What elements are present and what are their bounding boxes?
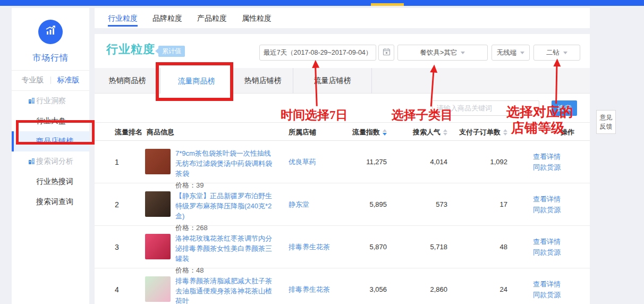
app-title: 市场行情 bbox=[12, 53, 89, 64]
same-source-link[interactable]: 同款货源 bbox=[533, 162, 561, 173]
paid-suborders-value: 48 bbox=[447, 226, 507, 268]
version-switch: 专业版 标准版 bbox=[12, 71, 89, 90]
traffic-rank-value: 3 bbox=[115, 226, 119, 268]
product-title-link[interactable]: 【静东堂】正品新疆罗布泊野生特级罗布麻茶降压降脂(240克*2盒) bbox=[175, 191, 277, 221]
action-links: 查看详情 同款货源 bbox=[533, 237, 561, 258]
version-tab-standard[interactable]: 标准版 bbox=[57, 75, 80, 85]
sidebar: 市场行情 专业版 标准版 行业洞察 行业大盘 商品店铺榜 搜索词分析 行业热搜词 bbox=[12, 8, 89, 304]
version-tab-pro[interactable]: 专业版 bbox=[22, 75, 44, 85]
table-row: 4 排毒养颜茶清脂减肥减大肚子茶去油脂通便瘦身茶洛神花茶山楂荷叶 价格：28 排… bbox=[95, 268, 590, 304]
calendar-button[interactable] bbox=[378, 45, 394, 61]
chevron-down-icon bbox=[563, 52, 567, 54]
trend-chart-icon bbox=[44, 24, 57, 39]
page-title: 行业粒度 bbox=[106, 41, 155, 57]
traffic-index-value: 5,870 bbox=[323, 226, 387, 268]
sort-icon[interactable] bbox=[383, 129, 387, 136]
product-info-cell: 排毒养颜茶清脂减肥减大肚子茶去油脂通便瘦身茶洛神花茶山楂荷叶 价格：28 bbox=[175, 276, 277, 304]
product-image[interactable] bbox=[145, 191, 171, 217]
cumulative-badge: 累计值 bbox=[158, 46, 185, 57]
main-panel: 行业粒度 累计值 最近7天（2017-08-29~2017-09-04） 餐饮具… bbox=[95, 34, 590, 304]
tab-industry-granularity[interactable]: 行业粒度 bbox=[108, 8, 138, 28]
keyword-search-input[interactable] bbox=[432, 100, 539, 116]
building-icon bbox=[28, 97, 35, 106]
topbar-highlight bbox=[371, 3, 404, 6]
paid-suborders-value: 24 bbox=[447, 268, 507, 304]
tab-product-granularity[interactable]: 产品粒度 bbox=[197, 8, 227, 28]
table-row: 3 洛神花玫瑰花茶红枣茶调节内分泌排毒养颜茶女性美白养颜茶三罐装 价格：48 排… bbox=[95, 226, 590, 268]
tab-hot-product-rank[interactable]: 热销商品榜 bbox=[95, 68, 160, 94]
col-shop: 所属店铺 bbox=[289, 123, 316, 141]
action-links: 查看详情 同款货源 bbox=[533, 194, 561, 215]
active-indicator bbox=[12, 131, 14, 151]
table-row: 1 7*9cm茶包袋茶叶袋一次性抽线无纺布过滤袋煲汤中药袋调料袋茶袋 价格：39… bbox=[95, 141, 590, 183]
product-image[interactable] bbox=[145, 149, 171, 174]
search-popularity-value: 4,014 bbox=[392, 141, 447, 183]
chevron-down-icon bbox=[461, 52, 465, 54]
date-range-selector[interactable]: 最近7天（2017-08-29~2017-09-04） bbox=[259, 45, 376, 61]
terminal-dropdown[interactable]: 无线端 bbox=[492, 45, 530, 61]
col-search-popularity: 搜索人气 bbox=[392, 123, 447, 141]
topbar bbox=[0, 0, 644, 6]
calendar-icon bbox=[383, 48, 391, 57]
product-image[interactable] bbox=[145, 276, 171, 302]
sidebar-menu: 行业洞察 行业大盘 商品店铺榜 搜索词分析 行业热搜词 搜索词查询 bbox=[12, 91, 89, 212]
col-traffic-rank: 流量排名 bbox=[115, 123, 142, 141]
col-action: 操作 bbox=[533, 123, 574, 141]
sidebar-item-search-word-query[interactable]: 搜索词查询 bbox=[12, 192, 89, 212]
section-label: 搜索词分析 bbox=[36, 157, 73, 166]
traffic-rank-value: 1 bbox=[115, 141, 119, 183]
paid-suborders-value: 17 bbox=[447, 183, 507, 225]
same-source-link[interactable]: 同款货源 bbox=[533, 247, 561, 258]
traffic-rank-value: 4 bbox=[115, 268, 119, 304]
tab-traffic-product-rank[interactable]: 流量商品榜 bbox=[160, 68, 233, 94]
product-title-link[interactable]: 排毒养颜茶清脂减肥减大肚子茶去油脂通便瘦身茶洛神花茶山楂荷叶 bbox=[175, 276, 277, 304]
table-header: 流量排名 商品信息 所属店铺 流量指数 搜索人气 支付子订单数 操作 bbox=[95, 122, 590, 141]
same-source-link[interactable]: 同款货源 bbox=[533, 290, 561, 300]
shop-level-dropdown[interactable]: 二钻 bbox=[533, 45, 580, 61]
paid-suborders-value: 1,092 bbox=[447, 141, 507, 183]
view-details-link[interactable]: 查看详情 bbox=[533, 151, 561, 162]
action-links: 查看详情 同款货源 bbox=[533, 279, 561, 300]
view-details-link[interactable]: 查看详情 bbox=[533, 194, 561, 205]
traffic-index-value: 5,895 bbox=[323, 183, 387, 225]
tab-brand-granularity[interactable]: 品牌粒度 bbox=[152, 8, 182, 28]
view-details-link[interactable]: 查看详情 bbox=[533, 279, 561, 290]
sidebar-item-product-shop-rank[interactable]: 商品店铺榜 bbox=[12, 131, 89, 151]
search-popularity-value: 2,860 bbox=[392, 268, 447, 304]
traffic-index-value: 11,275 bbox=[323, 141, 387, 183]
traffic-rank-value: 2 bbox=[115, 183, 119, 225]
tab-hot-shop-rank[interactable]: 热销店铺榜 bbox=[233, 68, 293, 94]
app-logo bbox=[38, 20, 63, 44]
table-row: 2 【静东堂】正品新疆罗布泊野生特级罗布麻茶降压降脂(240克*2盒) 价格：2… bbox=[95, 183, 590, 226]
sidebar-item-hot-search-words[interactable]: 行业热搜词 bbox=[12, 172, 89, 192]
product-image[interactable] bbox=[145, 234, 171, 259]
building-icon bbox=[28, 158, 35, 166]
sort-icon[interactable] bbox=[503, 129, 507, 136]
search-popularity-value: 573 bbox=[392, 183, 447, 225]
section-label: 行业洞察 bbox=[36, 96, 66, 106]
feedback-button[interactable]: 意见 反馈 bbox=[596, 110, 616, 134]
action-links: 查看详情 同款货源 bbox=[533, 151, 561, 173]
col-traffic-index: 流量指数 bbox=[323, 123, 387, 141]
sidebar-section-industry-insight: 行业洞察 bbox=[12, 91, 89, 111]
sidebar-section-search-analysis: 搜索词分析 bbox=[12, 151, 89, 172]
divider bbox=[50, 77, 51, 84]
sidebar-item-industry-overview[interactable]: 行业大盘 bbox=[12, 111, 89, 131]
view-details-link[interactable]: 查看详情 bbox=[533, 237, 561, 247]
tab-attribute-granularity[interactable]: 属性粒度 bbox=[242, 8, 272, 28]
product-title-link[interactable]: 7*9cm茶包袋茶叶袋一次性抽线无纺布过滤袋煲汤中药袋调料袋茶袋 bbox=[175, 148, 277, 179]
product-title-link[interactable]: 洛神花玫瑰花茶红枣茶调节内分泌排毒养颜茶女性美白养颜茶三罐装 bbox=[175, 233, 277, 264]
chevron-down-icon bbox=[520, 52, 524, 54]
same-source-link[interactable]: 同款货源 bbox=[533, 205, 561, 215]
search-popularity-value: 5,718 bbox=[392, 226, 447, 268]
traffic-index-value: 3,056 bbox=[323, 268, 387, 304]
rank-tabs: 热销商品榜 流量商品榜 热销店铺榜 流量店铺榜 bbox=[95, 68, 590, 94]
col-product-info: 商品信息 bbox=[147, 123, 174, 141]
table-body: 1 7*9cm茶包袋茶叶袋一次性抽线无纺布过滤袋煲汤中药袋调料袋茶袋 价格：39… bbox=[95, 141, 590, 304]
granularity-tabs: 行业粒度 品牌粒度 产品粒度 属性粒度 bbox=[95, 8, 590, 28]
tab-traffic-shop-rank[interactable]: 流量店铺榜 bbox=[293, 68, 372, 94]
category-dropdown[interactable]: 餐饮具>其它 bbox=[397, 45, 488, 61]
search-button[interactable]: 搜索 bbox=[552, 100, 577, 116]
col-paid-suborders: 支付子订单数 bbox=[440, 123, 507, 141]
